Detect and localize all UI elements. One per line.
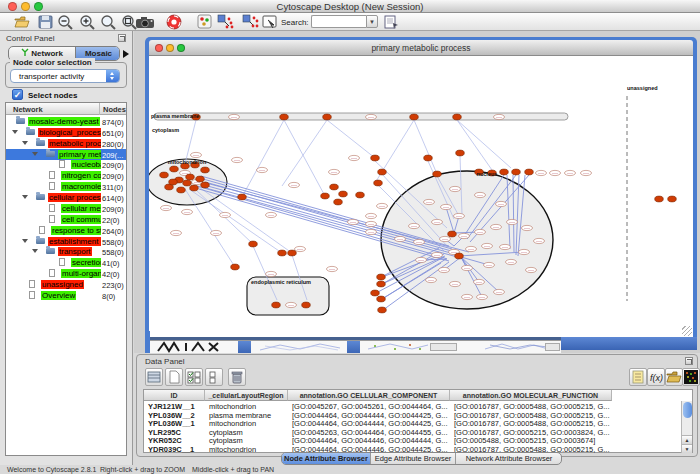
select-all-attributes-icon[interactable]	[185, 368, 203, 386]
doc-icon	[29, 291, 35, 299]
gene-node	[439, 267, 450, 272]
search-dropdown-arrow[interactable]: ▼	[366, 15, 378, 28]
zoom-in-icon[interactable]	[79, 14, 96, 30]
selected-gene-node	[356, 192, 365, 198]
tab-node-attribute-browser[interactable]: Node Attribute Browser	[282, 453, 371, 464]
selected-gene-node	[668, 196, 677, 202]
selected-gene-node	[410, 114, 419, 120]
float-panel-icon[interactable]	[118, 34, 126, 42]
tree-row[interactable]: multi-organism pro42(0)	[6, 268, 127, 279]
zoom-fit-icon[interactable]	[100, 14, 117, 30]
layout-b-icon[interactable]	[242, 14, 260, 30]
network-view-window[interactable]: primary metabolic process plasma membran…	[145, 37, 697, 337]
tree-row[interactable]: Overview8(0)	[6, 290, 127, 301]
column-header[interactable]: _cellularLayoutRegion	[205, 390, 288, 401]
annotation-icon[interactable]	[262, 14, 279, 30]
gene-node	[266, 212, 277, 217]
tree-row[interactable]: secretion41(0)	[6, 257, 127, 268]
column-header[interactable]: annotation.GO CELLULAR_COMPONENT	[288, 390, 450, 401]
data-panel-float-icon[interactable]	[685, 357, 693, 365]
column-header[interactable]: annotation.GO MOLECULAR_FUNCTION	[450, 390, 612, 401]
selected-gene-node	[371, 155, 380, 161]
tree-count: 264(0)	[102, 227, 124, 236]
table-scrollbar[interactable]: ▲ ▼	[681, 401, 692, 453]
zoom-out-icon[interactable]	[57, 14, 74, 30]
combo-stepper-icon[interactable]	[106, 70, 119, 82]
tree-row[interactable]: cell communicat22(0)	[6, 214, 127, 225]
scroll-down-icon[interactable]: ▼	[682, 444, 692, 453]
save-session-icon[interactable]	[38, 14, 53, 30]
expand-arrow-icon[interactable]	[12, 130, 18, 134]
layout-a-icon[interactable]	[217, 14, 235, 30]
attribute-table: ID_cellularLayoutRegionannotation.GO CEL…	[143, 389, 693, 453]
tree-row[interactable]: biological_process651(0)	[6, 127, 127, 138]
expand-arrow-icon[interactable]	[22, 141, 28, 145]
network-window-titlebar[interactable]: primary metabolic process	[149, 40, 693, 56]
expand-arrow-icon[interactable]	[32, 152, 38, 156]
unselect-all-attributes-icon[interactable]	[205, 368, 223, 386]
tree-row[interactable]: nucleobase-209(0)	[6, 159, 127, 170]
matrix-icon[interactable]	[682, 368, 700, 386]
tree-count: 41(0)	[102, 259, 120, 268]
attribute-select-icon[interactable]	[145, 368, 163, 386]
tab-overflow-arrow[interactable]	[123, 50, 129, 58]
selected-gene-node	[377, 274, 386, 280]
import-attributes-icon[interactable]	[384, 14, 400, 30]
tree-row[interactable]: metabolic process280(0)	[6, 138, 127, 149]
tree-row[interactable]: transport558(0)	[6, 246, 127, 257]
tab-edge-attribute-browser[interactable]: Edge Attribute Browser	[371, 453, 456, 464]
selected-gene-node	[433, 171, 442, 177]
browser-tabs: Node Attribute Browser Edge Attribute Br…	[281, 452, 562, 465]
vizmapper-icon[interactable]	[197, 14, 213, 30]
gene-node	[329, 169, 340, 174]
gene-node	[482, 243, 493, 248]
gene-node	[454, 213, 465, 218]
node-color-group-title: Node color selection	[10, 58, 95, 67]
tree-row[interactable]: macromolecule311(0)	[6, 181, 127, 192]
function-builder-icon[interactable]: f(x)	[647, 368, 665, 386]
edge	[189, 189, 282, 253]
tree-row[interactable]: mosaic-demo-yeast874(0)	[6, 116, 127, 127]
tree-row[interactable]: cellular metabol209(0)	[6, 203, 127, 214]
control-panel: Control Panel Network Mosaic Node color …	[0, 31, 133, 465]
selected-gene-node	[231, 264, 240, 270]
tree-row[interactable]: nitrogen compo209(0)	[6, 170, 127, 181]
resize-grip-icon[interactable]	[682, 326, 692, 336]
data-panel-title: Data Panel	[145, 357, 185, 366]
select-nodes-checkbox[interactable]: ✓	[12, 89, 23, 100]
gene-node	[450, 186, 461, 191]
delete-attribute-icon[interactable]	[228, 368, 246, 386]
tree-row[interactable]: unassigned223(0)	[6, 279, 127, 290]
notes-icon[interactable]	[629, 368, 647, 386]
compartment-label: unassigned	[627, 85, 658, 91]
expand-arrow-icon[interactable]	[32, 249, 38, 253]
network-canvas[interactable]: plasma membranecytoplasmmitochondrionnuc…	[149, 56, 693, 337]
scroll-up-icon[interactable]: ▲	[682, 435, 692, 444]
expand-arrow-icon[interactable]	[22, 239, 28, 243]
gene-node	[366, 213, 377, 218]
selected-gene-node	[321, 193, 330, 199]
folder-icon	[46, 151, 55, 157]
gene-node	[182, 209, 193, 214]
open-network-icon[interactable]	[13, 14, 31, 30]
import-table-icon[interactable]	[665, 368, 683, 386]
gene-node	[348, 219, 359, 224]
new-attribute-icon[interactable]	[165, 368, 183, 386]
search-input[interactable]	[311, 15, 366, 28]
tree-label: metabolic process	[48, 139, 101, 148]
folder-icon	[16, 118, 25, 124]
gene-node	[440, 236, 451, 241]
snapshot-icon[interactable]	[135, 14, 156, 30]
gene-node	[507, 219, 518, 224]
tab-network-attribute-browser[interactable]: Network Attribute Browser	[456, 453, 562, 464]
help-icon[interactable]	[166, 14, 183, 30]
tree-row[interactable]: response to stimulu264(0)	[6, 225, 127, 236]
gene-node	[494, 289, 505, 294]
node-color-select[interactable]: transporter activity	[10, 69, 120, 83]
tree-row[interactable]: cellular process614(0)	[6, 192, 127, 203]
scrollbar-thumb[interactable]	[683, 402, 692, 418]
column-header[interactable]: ID	[144, 390, 205, 401]
doc-icon	[49, 269, 55, 277]
tree-label: response to stimulu	[51, 226, 101, 235]
expand-arrow-icon[interactable]	[22, 195, 28, 199]
